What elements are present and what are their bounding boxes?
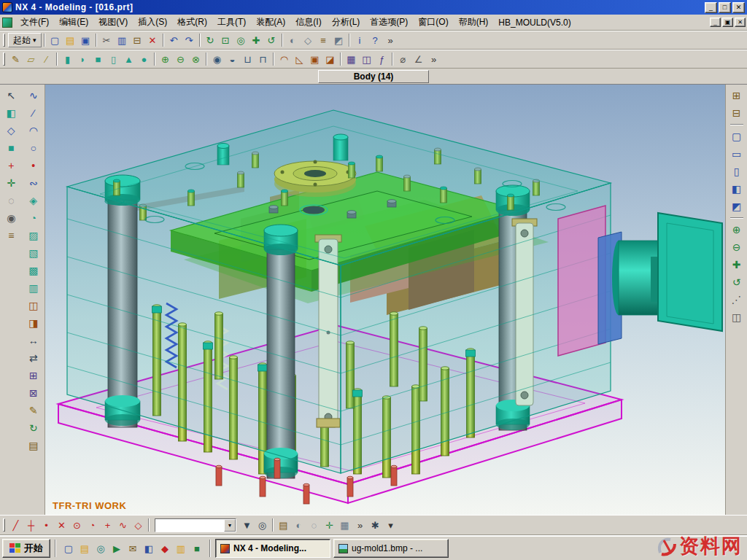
patch-icon[interactable]: ◨	[24, 314, 42, 332]
point-icon[interactable]: •	[24, 157, 42, 174]
ql-folder-icon[interactable]: ▥	[173, 540, 189, 556]
thicken-icon[interactable]: ▥	[24, 279, 42, 297]
grid-icon[interactable]: ▦	[337, 518, 352, 532]
work-layer-icon[interactable]: ▤	[276, 518, 291, 532]
view-orient-icon[interactable]: ◩	[331, 33, 347, 47]
info-icon[interactable]: i	[352, 33, 368, 47]
dropdown-arrow-icon[interactable]: ▾	[383, 518, 398, 532]
refresh-icon[interactable]: ↻	[203, 33, 218, 47]
instance-array-icon[interactable]: ▦	[344, 52, 359, 66]
surface-icon[interactable]: ◈	[24, 192, 42, 209]
part-navigator-icon[interactable]: ▤	[24, 437, 42, 454]
feature-group-icon[interactable]: ⊞	[24, 367, 42, 384]
menu-item[interactable]: 编辑(E)	[54, 14, 93, 31]
select-cursor-icon[interactable]: ↖	[2, 87, 20, 104]
transform-icon[interactable]: ⇄	[24, 349, 42, 367]
snap-midpoint-icon[interactable]: ┼	[23, 518, 39, 532]
menu-item[interactable]: 视图(V)	[93, 14, 133, 31]
ql-desktop-icon[interactable]: ▢	[61, 540, 77, 556]
menu-item[interactable]: 窗口(O)	[413, 14, 453, 31]
edge-blend-icon[interactable]: ◠	[276, 52, 292, 66]
intersect-icon[interactable]: ⊗	[188, 52, 204, 66]
hole-icon[interactable]: ◉	[209, 52, 225, 66]
menu-item[interactable]: 插入(S)	[133, 14, 172, 31]
zoom-in-icon[interactable]: ⊕	[727, 221, 746, 238]
layer-icon[interactable]: ≡	[2, 227, 20, 244]
ql-media-icon[interactable]: ▶	[109, 540, 125, 556]
move-object-icon[interactable]: ↔	[24, 332, 42, 349]
zoom-out-icon[interactable]: ⊖	[727, 238, 746, 256]
general-selection-icon[interactable]: ◎	[255, 518, 270, 532]
wireframe-view-icon[interactable]: ◇	[301, 33, 316, 47]
show-hide-icon[interactable]: ◌	[306, 518, 322, 532]
trim-body-icon[interactable]: ◪	[322, 52, 338, 66]
revolve-icon[interactable]: ◗	[75, 52, 90, 66]
ql-explorer-icon[interactable]: ▤	[77, 540, 93, 556]
expression-icon[interactable]: ƒ	[374, 52, 390, 66]
swept-icon[interactable]: ◔	[24, 209, 42, 227]
zoom-icon[interactable]: ◎	[233, 33, 249, 47]
paste-icon[interactable]: ⊟	[130, 33, 145, 47]
spline-icon[interactable]: ∾	[24, 174, 42, 192]
overflow-chevron-icon[interactable]: »	[352, 518, 368, 532]
suppress-feature-icon[interactable]: ⊠	[24, 384, 42, 402]
pad-icon[interactable]: ⊓	[255, 52, 271, 66]
object-display-icon[interactable]: ◐	[291, 518, 306, 532]
shaded-view-icon[interactable]: ◐	[285, 33, 301, 47]
open-icon[interactable]: ▤	[63, 33, 78, 47]
menu-item[interactable]: HB_MOULD(V5.0)	[493, 15, 576, 30]
mdi-restore-button[interactable]: ▣	[722, 18, 733, 27]
wcs-dynamics-icon[interactable]: ✛	[322, 518, 337, 532]
mold-3d-model[interactable]	[45, 85, 725, 515]
snap-endpoint-icon[interactable]: ╱	[8, 518, 23, 532]
menu-item[interactable]: 格式(R)	[172, 14, 212, 31]
pocket-icon[interactable]: ⊔	[240, 52, 255, 66]
arc-icon[interactable]: ◠	[24, 122, 42, 139]
sew-icon[interactable]: ▩	[24, 262, 42, 279]
pan-icon[interactable]: ✚	[249, 33, 264, 47]
ql-tool-icon[interactable]: ◆	[157, 540, 173, 556]
circle-icon[interactable]: ○	[24, 139, 42, 157]
pan-view-icon[interactable]: ✚	[727, 256, 746, 273]
shell-icon[interactable]: ▣	[307, 52, 322, 66]
show-object-icon[interactable]: ◉	[2, 209, 20, 227]
rotate-icon[interactable]: ↺	[264, 33, 279, 47]
customize-icon[interactable]: ✱	[368, 518, 383, 532]
minimize-button[interactable]: _	[705, 2, 717, 13]
start-menu-button[interactable]: 起始 ▾	[8, 33, 42, 47]
snapshot-icon[interactable]: ◫	[727, 308, 746, 326]
snap-control-point-icon[interactable]: •	[39, 518, 54, 532]
save-icon[interactable]: ▣	[78, 33, 93, 47]
menu-item[interactable]: 文件(F)	[15, 14, 54, 31]
menu-item[interactable]: 工具(T)	[212, 14, 251, 31]
snap-quadrant-icon[interactable]: ◔	[85, 518, 100, 532]
sketch-icon[interactable]: ✎	[8, 52, 23, 66]
ql-app-icon[interactable]: ■	[189, 540, 205, 556]
undo-icon[interactable]: ↶	[166, 33, 182, 47]
maximize-button[interactable]: □	[719, 2, 731, 13]
edit-feature-icon[interactable]: ✎	[24, 402, 42, 419]
snap-point-icon[interactable]: +	[2, 157, 20, 174]
toolbar-grip[interactable]	[3, 52, 5, 66]
ql-image-icon[interactable]: ◧	[141, 540, 157, 556]
snap-point-on-face-icon[interactable]: ◇	[131, 518, 146, 532]
line-icon[interactable]: ∕	[24, 104, 42, 122]
menu-item[interactable]: 首选项(P)	[365, 14, 413, 31]
graphics-viewport[interactable]: TFR-TRI WORK	[45, 85, 725, 515]
taskbar-item-bmp[interactable]: ug-mold1.bmp - ...	[333, 539, 449, 558]
fit-view-icon[interactable]: ⊡	[218, 33, 233, 47]
ql-mail-icon[interactable]: ✉	[125, 540, 141, 556]
cylinder-icon[interactable]: ▯	[106, 52, 121, 66]
start-button[interactable]: 开始	[2, 539, 50, 558]
chamfer-icon[interactable]: ◺	[292, 52, 307, 66]
sphere-icon[interactable]: ●	[136, 52, 152, 66]
update-model-icon[interactable]: ↻	[24, 419, 42, 437]
ruled-surface-icon[interactable]: ▨	[24, 227, 42, 244]
extrude-icon[interactable]: ▮	[60, 52, 75, 66]
split-body-icon[interactable]: ◫	[24, 297, 42, 314]
overflow-chevron-icon[interactable]: »	[426, 52, 441, 66]
toolbar-grip[interactable]	[3, 34, 5, 47]
mdi-close-button[interactable]: ✕	[735, 18, 746, 27]
datum-plane-icon[interactable]: ▱	[23, 52, 39, 66]
perspective-icon[interactable]: ⋰	[727, 291, 746, 308]
